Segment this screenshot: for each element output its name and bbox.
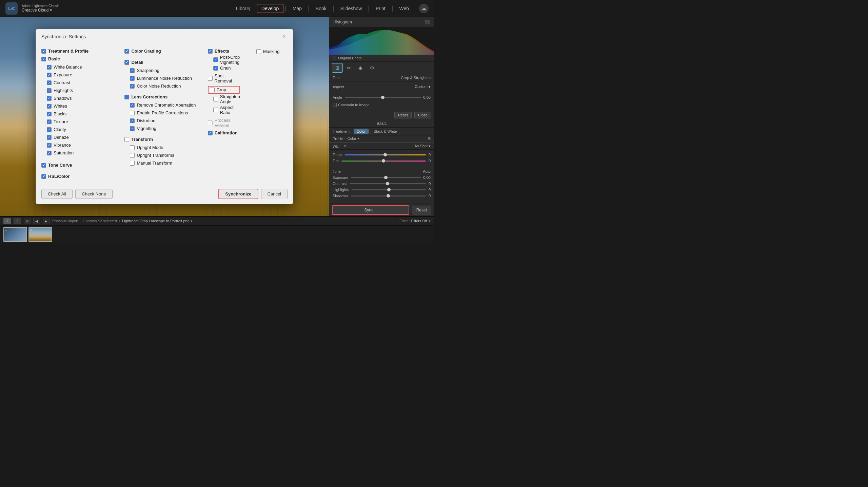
process-version-checkbox[interactable] <box>208 120 213 125</box>
exposure-slider-thumb[interactable] <box>384 176 388 179</box>
upright-transforms-checkbox[interactable] <box>130 153 135 158</box>
page-2-button[interactable]: 2 <box>14 218 21 224</box>
page-1-button[interactable]: 1 <box>3 218 11 224</box>
histogram-expand-icon[interactable]: ⬛ <box>425 20 430 24</box>
grid-view-button[interactable]: ⊞ <box>24 218 31 224</box>
post-crop-checkbox[interactable] <box>213 57 218 62</box>
transform-checkbox[interactable] <box>124 137 129 142</box>
enable-profile-checkbox[interactable] <box>130 111 135 115</box>
color-treatment-button[interactable]: Color <box>354 129 369 134</box>
tab-develop[interactable]: Develop <box>257 4 283 13</box>
wb-eyedropper-icon[interactable]: ✒ <box>343 144 347 148</box>
tab-print[interactable]: Print <box>371 4 390 13</box>
original-photo-checkbox[interactable] <box>332 56 336 60</box>
aspect-value[interactable]: Custom ▾ <box>415 85 431 89</box>
healing-tool-button[interactable]: ✏ <box>343 63 354 73</box>
crop-tool-button[interactable]: ⊞ <box>332 63 343 73</box>
highlights-checkbox[interactable] <box>47 88 52 93</box>
straighten-angle-checkbox[interactable] <box>213 97 218 101</box>
luminance-nr-checkbox[interactable] <box>130 76 135 81</box>
color-nr-checkbox[interactable] <box>130 84 135 89</box>
shadows-checkbox[interactable] <box>47 96 52 101</box>
contrast-checkbox[interactable] <box>47 80 52 85</box>
aspect-ratio-checkbox[interactable] <box>213 108 218 112</box>
shadows-slider[interactable] <box>351 195 426 196</box>
dehaze-checkbox[interactable] <box>47 135 52 140</box>
cloud-sync-icon[interactable]: ☁ <box>419 4 429 13</box>
tab-web[interactable]: Web <box>394 4 414 13</box>
bw-treatment-button[interactable]: Black & White <box>371 129 400 134</box>
treatment-profile-checkbox[interactable] <box>41 49 46 54</box>
highlights-slider[interactable] <box>352 189 426 190</box>
shadows-slider-thumb[interactable] <box>387 194 390 198</box>
lens-corrections-checkbox[interactable] <box>124 95 129 99</box>
basic-checkbox[interactable] <box>41 57 46 61</box>
saturation-checkbox[interactable] <box>47 151 52 155</box>
exposure-slider[interactable] <box>351 177 420 178</box>
filter-dropdown-icon[interactable]: ▾ <box>429 219 431 223</box>
tab-slideshow[interactable]: Slideshow <box>335 4 367 13</box>
clarity-checkbox[interactable] <box>47 127 52 132</box>
hsl-color-checkbox[interactable] <box>41 174 46 179</box>
distortion-checkbox[interactable] <box>130 118 135 123</box>
tab-book[interactable]: Book <box>311 4 331 13</box>
vignetting-checkbox[interactable] <box>130 126 135 131</box>
thumbnail-2[interactable]: 2 <box>28 227 52 242</box>
whites-checkbox[interactable] <box>47 104 52 109</box>
angle-slider[interactable] <box>345 97 420 98</box>
texture-checkbox[interactable] <box>47 119 52 124</box>
manual-transform-checkbox[interactable] <box>130 161 135 166</box>
calibration-checkbox[interactable] <box>208 131 213 135</box>
spot-removal-checkbox[interactable] <box>208 76 213 81</box>
close-button[interactable]: Close <box>414 112 431 118</box>
tint-slider-thumb[interactable] <box>382 159 385 163</box>
dialog-close-button[interactable]: × <box>281 33 288 40</box>
masking-tool-button[interactable]: ⚙ <box>367 63 377 73</box>
blacks-checkbox[interactable] <box>47 112 52 116</box>
app-dropdown-arrow[interactable]: ▾ <box>50 8 52 13</box>
sharpening-checkbox[interactable] <box>130 68 135 73</box>
contrast-slider[interactable] <box>350 183 426 184</box>
upright-mode-checkbox[interactable] <box>130 145 135 150</box>
filename-dropdown-icon[interactable]: ▾ <box>191 219 193 223</box>
thumb-image-1 <box>4 228 26 241</box>
tab-map[interactable]: Map <box>288 4 307 13</box>
auto-label[interactable]: Auto <box>423 169 431 173</box>
reset-right-button[interactable]: Reset <box>412 206 431 214</box>
temp-slider[interactable] <box>344 154 426 155</box>
filter-value[interactable]: Filters Off <box>411 219 427 223</box>
color-grading-checkbox[interactable] <box>124 49 129 54</box>
check-none-button[interactable]: Check None <box>75 189 113 199</box>
contrast-slider-thumb[interactable] <box>386 182 389 185</box>
wb-value[interactable]: As Shot ▾ <box>414 144 431 148</box>
synchronize-button[interactable]: Synchronize <box>218 189 258 199</box>
crop-checkbox[interactable] <box>210 88 215 92</box>
reset-button[interactable]: Reset <box>394 112 412 118</box>
angle-slider-thumb[interactable] <box>381 96 384 99</box>
tint-slider[interactable] <box>341 161 426 162</box>
temp-slider-thumb[interactable] <box>383 153 387 156</box>
post-crop-item: Post-Crop Vignetting <box>213 54 240 65</box>
prev-button[interactable]: ◀ <box>33 218 40 224</box>
highlights-slider-thumb[interactable] <box>387 188 391 191</box>
tab-library[interactable]: Library <box>231 4 255 13</box>
next-button[interactable]: ▶ <box>43 218 50 224</box>
profile-value[interactable]: Color ▾ <box>347 136 359 141</box>
sync-button[interactable]: Sync... <box>332 205 409 215</box>
tone-curve-checkbox[interactable] <box>41 163 46 168</box>
effects-checkbox[interactable] <box>208 49 213 54</box>
exposure-checkbox[interactable] <box>47 73 52 77</box>
cancel-button[interactable]: Cancel <box>261 189 288 199</box>
profile-grid-icon[interactable]: ⊞ <box>428 136 431 141</box>
check-all-button[interactable]: Check All <box>41 189 73 199</box>
white-balance-checkbox[interactable] <box>47 65 52 70</box>
thumb-num-2: 2 <box>30 228 32 231</box>
thumbnail-1[interactable]: 1 <box>3 227 27 242</box>
grain-checkbox[interactable] <box>213 66 218 71</box>
red-eye-tool-button[interactable]: ◉ <box>355 63 366 73</box>
vibrance-checkbox[interactable] <box>47 143 52 148</box>
masking-checkbox[interactable] <box>256 49 261 54</box>
remove-ca-checkbox[interactable] <box>130 103 135 108</box>
constrain-checkbox[interactable] <box>333 103 337 107</box>
detail-checkbox[interactable] <box>124 60 129 65</box>
